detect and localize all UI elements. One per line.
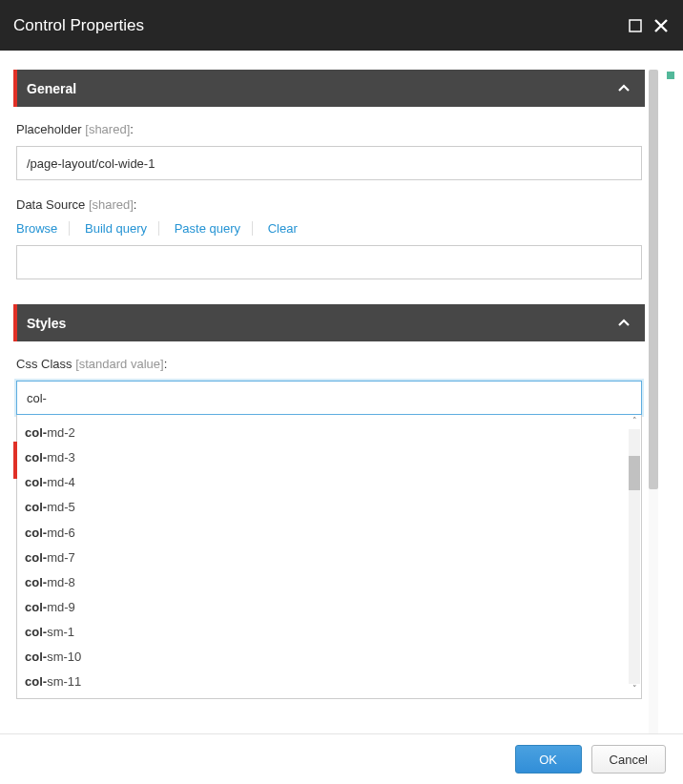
scroll-area: General Placeholder [shared]: Data Sourc… [13, 70, 645, 733]
autocomplete-option[interactable]: col-md-7 [17, 546, 628, 570]
chevron-up-icon [616, 316, 631, 331]
cancel-button[interactable]: Cancel [591, 745, 666, 774]
titlebar-buttons [628, 17, 670, 34]
maximize-icon[interactable] [628, 18, 643, 33]
autocomplete-option[interactable]: col-md-4 [17, 470, 628, 495]
dropdown-scroll-up-icon[interactable]: ˄ [629, 416, 640, 429]
autocomplete-option[interactable]: col-sm-1 [17, 620, 628, 645]
section-styles-title: Styles [17, 316, 66, 331]
autocomplete-option[interactable]: col-sm-11 [17, 670, 628, 694]
paste-query-link[interactable]: Paste query [163, 221, 253, 236]
chevron-up-icon [616, 81, 631, 96]
clear-link[interactable]: Clear [257, 221, 309, 236]
datasource-link-row: Browse Build query Paste query Clear [16, 221, 642, 236]
autocomplete-option[interactable]: col-md-3 [17, 445, 628, 470]
window-title: Control Properties [13, 16, 628, 35]
body-scrollbar-track[interactable] [649, 70, 658, 733]
svg-rect-0 [630, 20, 641, 31]
close-icon[interactable] [652, 17, 670, 34]
section-styles-header[interactable]: Styles [13, 304, 645, 341]
autocomplete-option[interactable]: col-md-8 [17, 570, 628, 595]
autocomplete-option[interactable]: col-md-2 [17, 421, 628, 445]
autocomplete-list: col-md-2col-md-3col-md-4col-md-5col-md-6… [17, 415, 628, 698]
dropdown-scroll-down-icon[interactable]: ˅ [629, 684, 640, 697]
titlebar: Control Properties [0, 0, 683, 51]
body-scrollbar-thumb[interactable] [649, 70, 658, 489]
cssclass-input[interactable] [16, 381, 642, 415]
datasource-label: Data Source [shared]: [16, 197, 642, 212]
section-collapsed-indicator [13, 442, 17, 479]
browse-link[interactable]: Browse [16, 221, 70, 236]
section-general-body: Placeholder [shared]: Data Source [share… [13, 107, 645, 283]
dialog-footer: OK Cancel [0, 733, 683, 784]
section-general: General Placeholder [shared]: Data Sourc… [13, 70, 645, 283]
build-query-link[interactable]: Build query [73, 221, 159, 236]
section-styles-body: Css Class [standard value]: col-md-2col-… [13, 341, 645, 703]
autocomplete-option[interactable]: col-sm-12 [17, 695, 628, 698]
autocomplete-option[interactable]: col-md-5 [17, 495, 628, 520]
dropdown-scrollbar-track[interactable] [629, 429, 640, 684]
placeholder-input[interactable] [16, 146, 642, 180]
section-general-title: General [17, 81, 76, 96]
autocomplete-option[interactable]: col-md-9 [17, 595, 628, 620]
section-styles: Styles Css Class [standard value]: col-m… [13, 304, 645, 703]
section-general-header[interactable]: General [13, 70, 645, 107]
dropdown-scrollbar-thumb[interactable] [629, 456, 640, 490]
cssclass-label: Css Class [standard value]: [16, 357, 642, 371]
placeholder-label: Placeholder [shared]: [16, 122, 642, 136]
cssclass-autocomplete-dropdown: col-md-2col-md-3col-md-4col-md-5col-md-6… [16, 415, 642, 699]
ok-button[interactable]: OK [515, 745, 582, 774]
status-indicator [667, 72, 674, 79]
datasource-input[interactable] [16, 245, 642, 279]
autocomplete-option[interactable]: col-sm-10 [17, 645, 628, 670]
autocomplete-option[interactable]: col-md-6 [17, 521, 628, 546]
dialog-body: General Placeholder [shared]: Data Sourc… [0, 51, 683, 733]
